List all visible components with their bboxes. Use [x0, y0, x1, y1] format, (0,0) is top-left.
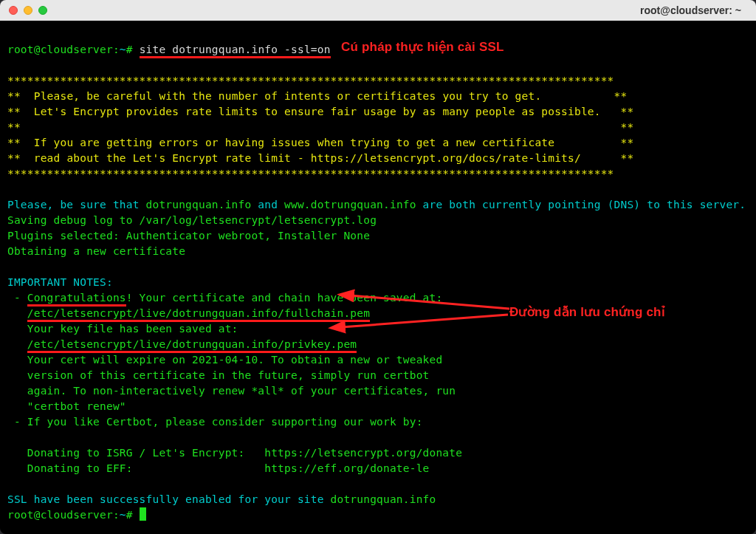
close-icon[interactable]	[9, 6, 18, 15]
prompt-line: root@cloudserver:~#	[7, 44, 133, 55]
window-title: root@cloudserver: ~	[640, 4, 741, 16]
prompt-line-2: root@cloudserver:~#	[7, 509, 133, 521]
expire-line: "certbot renew"	[7, 400, 126, 412]
dns-line: Please, be sure that dotrungquan.info an…	[7, 199, 746, 210]
box-bottom: ****************************************…	[7, 168, 614, 179]
minimize-icon[interactable]	[24, 6, 32, 15]
expire-line: version of this certificate in the futur…	[7, 369, 430, 381]
box-line: ** **	[7, 121, 633, 133]
congrat-line: - Congratulations! Your certificate and …	[7, 292, 442, 307]
traffic-lights	[9, 6, 47, 15]
titlebar[interactable]: root@cloudserver: ~	[0, 0, 756, 21]
obtaining-line: Obtaining a new certificate	[7, 245, 185, 257]
expire-line: again. To non-interactively renew *all* …	[7, 385, 456, 397]
privkey-path: /etc/letsencrypt/live/dotrungquan.info/p…	[7, 338, 357, 353]
log-line: Saving debug log to /var/log/letsencrypt…	[7, 214, 377, 226]
annotation-syntax: Cú pháp thực hiện cài SSL	[341, 38, 504, 57]
cursor-icon	[140, 507, 146, 521]
box-line: ** Let's Encrypt provides rate limits to…	[7, 106, 633, 117]
box-line: ** read about the Let's Encrypt rate lim…	[7, 152, 633, 164]
terminal-window: root@cloudserver: ~ root@cloudserver:~# …	[0, 0, 756, 534]
command-text: site dotrungquan.info -ssl=on	[140, 44, 331, 58]
maximize-icon[interactable]	[38, 6, 47, 15]
terminal-body[interactable]: root@cloudserver:~# site dotrungquan.inf…	[0, 21, 756, 534]
fullchain-path: /etc/letsencrypt/live/dotrungquan.info/f…	[7, 307, 370, 322]
box-line: ** Please, be careful with the number of…	[7, 90, 627, 102]
box-top: ****************************************…	[7, 75, 614, 86]
annotation-paths: Đường dẫn lưu chứng chỉ	[509, 304, 665, 322]
support-line: - If you like Certbot, please consider s…	[7, 416, 423, 428]
plugins-line: Plugins selected: Authenticator webroot,…	[7, 230, 370, 242]
donate-line: Donating to EFF: https://eff.org/donate-…	[7, 462, 430, 474]
key-saved-line: Your key file has been saved at:	[7, 323, 238, 335]
box-line: ** If you are getting errors or having i…	[7, 137, 633, 148]
ssl-success-line: SSL have been successfully enabled for y…	[7, 493, 436, 505]
donate-line: Donating to ISRG / Let's Encrypt: https:…	[7, 447, 462, 459]
important-notes-heading: IMPORTANT NOTES:	[7, 276, 113, 288]
expire-line: Your cert will expire on 2021-04-10. To …	[7, 354, 442, 366]
